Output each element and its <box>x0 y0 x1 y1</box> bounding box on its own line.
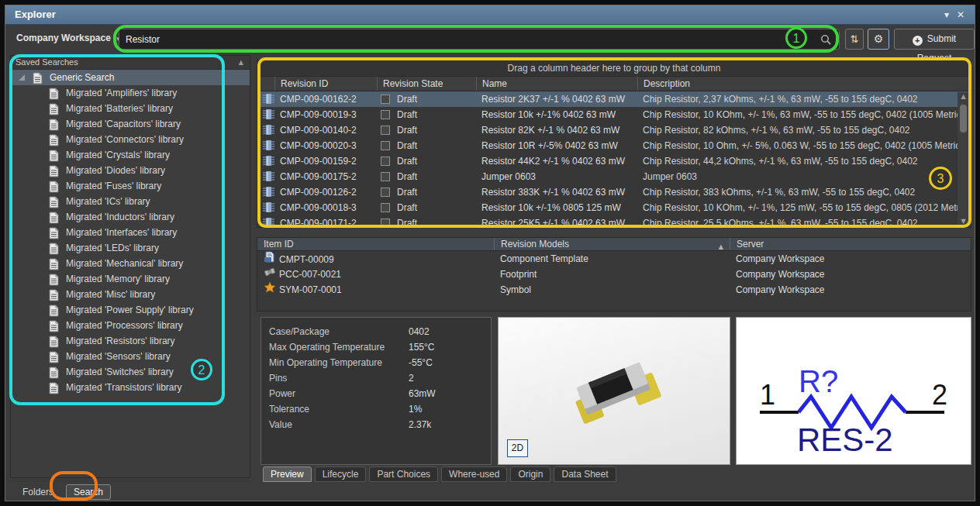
column-header-revision-id[interactable]: Revision ID <box>274 77 377 91</box>
tree-item-migrated-library[interactable]: Migrated 'Misc' library <box>11 287 250 302</box>
cell-description: Chip Resistor, 25,5 kOhms, +/-1 %, 63 mW… <box>637 215 971 228</box>
model-row[interactable]: PCC-007-0021FootprintCompany Workspace <box>257 267 971 282</box>
collapse-panel-icon[interactable]: ▲ <box>239 59 243 66</box>
tab-where-used[interactable]: Where-used <box>441 466 507 482</box>
tree-item-migrated-library[interactable]: Migrated 'Processors' library <box>11 318 250 333</box>
tree-item-migrated-library[interactable]: Migrated 'Resistors' library <box>11 333 250 349</box>
tree-item-migrated-library[interactable]: Migrated 'Transistors' library <box>11 380 250 395</box>
draft-checkbox[interactable] <box>381 126 390 135</box>
cell-revision-state: Draft <box>377 215 476 228</box>
property-row: Tolerance1% <box>261 401 491 417</box>
dock-tab-search[interactable]: Search <box>66 484 111 500</box>
search-icon[interactable] <box>820 34 831 45</box>
dock-tab-folders[interactable]: Folders <box>15 484 61 500</box>
revision-state-label: Draft <box>397 171 417 182</box>
cell-description: Chip Resistor, 383 kOhms, +/-1 %, 63 mW,… <box>637 184 971 200</box>
models-column-header-server[interactable]: Server <box>730 238 971 250</box>
tree-item-label: Migrated 'Processors' library <box>66 318 183 333</box>
draft-checkbox[interactable] <box>381 203 390 212</box>
2d-view-button[interactable]: 2D <box>507 439 528 457</box>
sync-button[interactable]: ⇅ <box>845 29 864 50</box>
tree-item-generic-search[interactable]: Generic Search <box>11 70 250 85</box>
draft-checkbox[interactable] <box>381 95 390 104</box>
column-header-name[interactable]: Name <box>476 77 637 91</box>
scrollbar-thumb[interactable] <box>960 105 967 133</box>
models-column-header-item-id[interactable]: Item ID <box>257 238 494 250</box>
plus-circle-icon: + <box>913 36 923 46</box>
table-row[interactable]: CMP-009-00140-2DraftResistor 82K +/-1 % … <box>257 122 971 138</box>
sidebar-dock-tabs: FoldersSearch <box>10 484 111 503</box>
property-label: Max Operating Temperature <box>269 339 385 355</box>
results-scrollbar[interactable]: ▲ ▼ <box>958 92 969 225</box>
property-value: 0402 <box>409 324 430 339</box>
tree-item-migrated-library[interactable]: Migrated 'Switches' library <box>11 364 250 380</box>
tree-item-migrated-library[interactable]: Migrated 'Amplifiers' library <box>11 85 250 101</box>
tree-item-migrated-library[interactable]: Migrated 'Batteries' library <box>11 101 250 116</box>
tree-item-migrated-library[interactable]: Migrated 'ICs' library <box>11 194 250 209</box>
table-row[interactable]: CMP-009-00175-2DraftJumper 0603Jumper 06… <box>257 169 971 184</box>
property-value: 2 <box>409 370 414 386</box>
close-icon[interactable]: ✕ <box>957 9 964 20</box>
revision-state-label: Draft <box>397 156 417 167</box>
table-row[interactable]: CMP-009-00126-2DraftResistor 383K +/-1 %… <box>257 184 971 200</box>
scroll-up-icon[interactable]: ▲ <box>958 93 969 100</box>
draft-checkbox[interactable] <box>381 219 390 228</box>
table-row[interactable]: CMP-009-00159-2DraftResistor 44K2 +/-1 %… <box>257 153 971 169</box>
group-by-bar[interactable]: Drag a column header here to group by th… <box>257 60 971 76</box>
tree-item-migrated-library[interactable]: Migrated 'Diodes' library <box>11 163 250 178</box>
column-header-description[interactable]: Description <box>637 77 971 91</box>
draft-checkbox[interactable] <box>381 188 390 197</box>
tree-item-migrated-library[interactable]: Migrated 'Capacitors' library <box>11 116 250 132</box>
saved-searches-title: Saved Searches <box>16 57 78 67</box>
svg-text:1: 1 <box>760 379 775 411</box>
tab-origin[interactable]: Origin <box>510 466 550 482</box>
search-input[interactable] <box>126 31 769 47</box>
table-row[interactable]: CMP-009-00020-3DraftResistor 10R +/-5% 0… <box>257 138 971 153</box>
tree-item-migrated-library[interactable]: Migrated 'Power Supply' library <box>11 302 250 318</box>
results-header-icon-column[interactable] <box>257 77 274 91</box>
workspace-selector[interactable]: Company Workspace ▾ <box>16 33 120 43</box>
submit-request-button[interactable]: +Submit Request <box>894 29 975 50</box>
tree-item-label: Migrated 'Transistors' library <box>66 380 182 395</box>
model-row[interactable]: SYM-007-0001SymbolCompany Workspace <box>257 282 971 298</box>
cell-revision-state: Draft <box>377 138 476 153</box>
property-value: 2.37k <box>409 417 431 432</box>
tree-item-migrated-library[interactable]: Migrated 'Fuses' library <box>11 178 250 194</box>
tab-part-choices[interactable]: Part Choices <box>369 466 438 482</box>
table-row[interactable]: CMP-009-00162-2DraftResistor 2K37 +/-1 %… <box>257 91 971 107</box>
cell-name: Resistor 10k +/-1% 0805 125 mW <box>476 200 637 215</box>
cell-name: Resistor 10k +/-1% 0402 63 mW <box>476 107 637 122</box>
tree-expand-icon[interactable] <box>19 74 25 81</box>
table-row[interactable]: CMP-009-00018-3DraftResistor 10k +/-1% 0… <box>257 200 971 215</box>
properties-panel: Case/Package0402Max Operating Temperatur… <box>261 317 492 465</box>
scroll-down-icon[interactable]: ▼ <box>958 218 969 225</box>
tree-item-migrated-library[interactable]: Migrated 'Mechanical' library <box>11 256 250 271</box>
tree-item-migrated-library[interactable]: Migrated 'LEDs' library <box>11 240 250 256</box>
tree-item-migrated-library[interactable]: Migrated 'Crystals' library <box>11 147 250 163</box>
tab-preview[interactable]: Preview <box>263 466 312 482</box>
tree-item-migrated-library[interactable]: Migrated 'Connectors' library <box>11 132 250 147</box>
cell-revision-id: CMP-009-00162-2 <box>274 91 377 107</box>
tree-item-migrated-library[interactable]: Migrated 'Sensors' library <box>11 349 250 364</box>
draft-checkbox[interactable] <box>381 110 390 119</box>
draft-checkbox[interactable] <box>381 157 390 166</box>
tree-item-migrated-library[interactable]: Migrated 'Inductors' library <box>11 209 250 225</box>
model-row[interactable]: CMPT-00009Component TemplateCompany Work… <box>257 251 971 267</box>
cell-description: Chip Resistor, 10 KOhm, +/- 1%, 63 mW, -… <box>637 107 971 122</box>
models-column-header-revision-models[interactable]: Revision Models▲ <box>494 238 730 250</box>
tree-item-migrated-library[interactable]: Migrated 'Interfaces' library <box>11 225 250 240</box>
draft-checkbox[interactable] <box>381 141 390 150</box>
settings-button[interactable]: ⚙ <box>868 29 889 50</box>
svg-text:R?: R? <box>799 364 838 398</box>
table-row[interactable]: CMP-009-00171-2DraftResistor 25K5 +/-1 %… <box>257 215 971 228</box>
table-row[interactable]: CMP-009-00019-3DraftResistor 10k +/-1% 0… <box>257 107 971 122</box>
panel-menu-chevron-down-icon[interactable]: ▾ <box>944 9 949 20</box>
cell-item-id: CMPT-00009 <box>257 251 494 267</box>
draft-checkbox[interactable] <box>381 172 390 181</box>
tree-item-label: Migrated 'Memory' library <box>66 271 170 287</box>
tab-lifecycle[interactable]: Lifecycle <box>315 466 367 482</box>
tree-item-migrated-library[interactable]: Migrated 'Memory' library <box>11 271 250 287</box>
column-header-revision-state[interactable]: Revision State <box>377 77 476 91</box>
tab-data-sheet[interactable]: Data Sheet <box>554 466 616 482</box>
saved-searches-panel: Saved Searches ▲ Generic SearchMigrated … <box>10 55 250 478</box>
